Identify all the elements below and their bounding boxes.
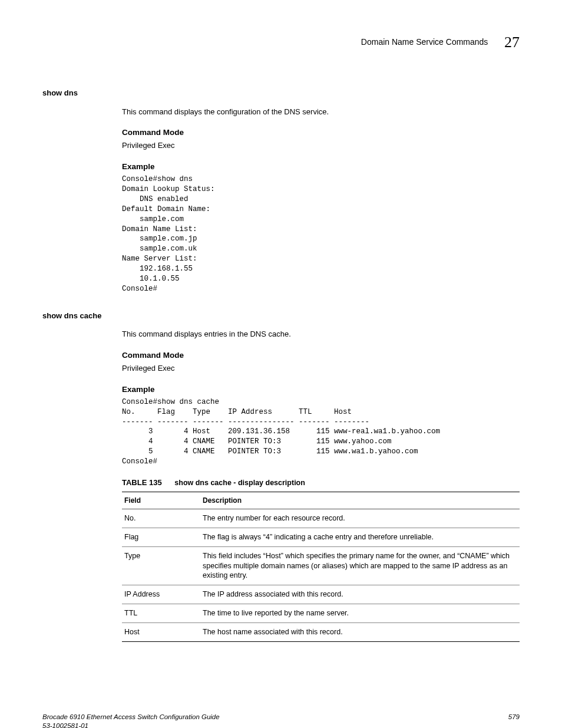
table-header-field: Field xyxy=(122,492,200,509)
table-row: Flag The flag is always “4” indicating a… xyxy=(122,528,520,546)
footer-guide-title: Brocade 6910 Ethernet Access Switch Conf… xyxy=(42,713,220,722)
example-heading: Example xyxy=(122,384,520,395)
table-row: TTL The time to live reported by the nam… xyxy=(122,604,520,623)
table-cell-field: Flag xyxy=(122,528,200,546)
command-description: This command displays the configuration … xyxy=(122,107,520,117)
command-description: This command displays entries in the DNS… xyxy=(122,329,520,340)
table-cell-description: The flag is always “4” indicating a cach… xyxy=(200,528,520,546)
table-cell-field: TTL xyxy=(122,604,200,623)
description-table: Field Description No. The entry number f… xyxy=(122,492,520,642)
command-mode-value: Privileged Exec xyxy=(122,363,520,374)
command-name-show-dns-cache: show dns cache xyxy=(42,311,520,321)
table-cell-description: The time to live reported by the name se… xyxy=(200,604,520,623)
table-header-description: Description xyxy=(200,492,520,509)
command-mode-value: Privileged Exec xyxy=(122,140,520,151)
example-code: Console#show dns cache No. Flag Type IP … xyxy=(122,397,520,467)
command-mode-heading: Command Mode xyxy=(122,127,520,138)
command-mode-heading: Command Mode xyxy=(122,350,520,361)
table-cell-description: The entry number for each resource recor… xyxy=(200,509,520,528)
table-row: No. The entry number for each resource r… xyxy=(122,509,520,528)
table-cell-field: IP Address xyxy=(122,585,200,604)
example-heading: Example xyxy=(122,162,520,172)
table-number: TABLE 135 xyxy=(122,478,162,487)
table-cell-description: This field includes “Host” which specifi… xyxy=(200,546,520,585)
example-code: Console#show dns Domain Lookup Status: D… xyxy=(122,174,520,294)
header-title: Domain Name Service Commands xyxy=(361,37,488,47)
table-cell-field: Host xyxy=(122,623,200,642)
table-row: IP Address The IP address associated wit… xyxy=(122,585,520,604)
table-title: show dns cache - display description xyxy=(174,479,305,487)
chapter-number: 27 xyxy=(504,34,520,51)
page-footer: Brocade 6910 Ethernet Access Switch Conf… xyxy=(42,713,520,728)
page-header: Domain Name Service Commands 27 xyxy=(42,32,520,52)
table-caption: TABLE 135 show dns cache - display descr… xyxy=(122,477,520,488)
table-cell-description: The IP address associated with this reco… xyxy=(200,585,520,604)
footer-doc-number: 53-1002581-01 xyxy=(42,722,220,728)
table-cell-field: No. xyxy=(122,509,200,528)
footer-page-number: 579 xyxy=(508,713,520,722)
table-cell-field: Type xyxy=(122,546,200,585)
table-row: Type This field includes “Host” which sp… xyxy=(122,546,520,585)
table-cell-description: The host name associated with this recor… xyxy=(200,623,520,642)
table-row: Host The host name associated with this … xyxy=(122,623,520,642)
command-name-show-dns: show dns xyxy=(42,88,520,98)
